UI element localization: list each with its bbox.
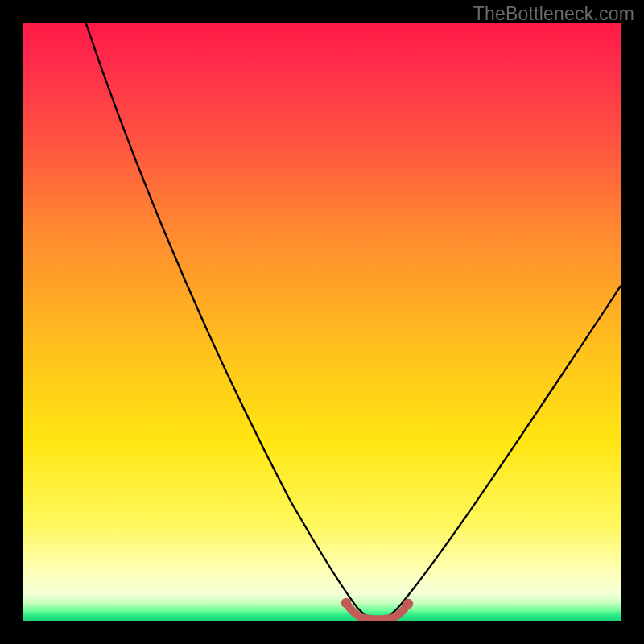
watermark-text: TheBottleneck.com	[473, 3, 634, 25]
bottleneck-curve	[65, 23, 621, 619]
optimal-band-endpoint-right	[403, 599, 413, 609]
curve-layer	[23, 23, 621, 621]
plot-area	[23, 23, 621, 621]
chart-frame: TheBottleneck.com	[0, 0, 644, 644]
optimal-band-endpoint-left	[341, 598, 351, 608]
